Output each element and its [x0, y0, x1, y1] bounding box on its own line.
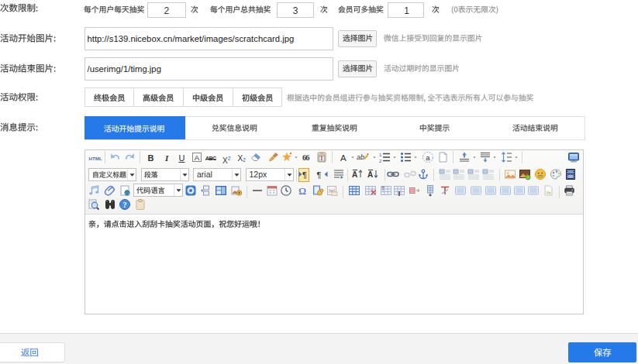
svg-text:T: T	[381, 186, 385, 191]
svg-text:¶: ¶	[302, 170, 307, 180]
svg-text:¶: ¶	[317, 170, 322, 180]
svg-text:A: A	[367, 170, 373, 179]
svg-text:?: ?	[123, 201, 127, 209]
svg-text:2: 2	[379, 159, 382, 163]
svg-text:1: 1	[379, 153, 382, 157]
svg-text:Ω: Ω	[298, 185, 306, 197]
svg-text:ab: ab	[357, 153, 364, 161]
svg-text:a: a	[426, 153, 431, 162]
svg-text:A: A	[195, 153, 200, 162]
svg-text:T: T	[320, 155, 325, 162]
svg-text:A: A	[352, 170, 357, 179]
